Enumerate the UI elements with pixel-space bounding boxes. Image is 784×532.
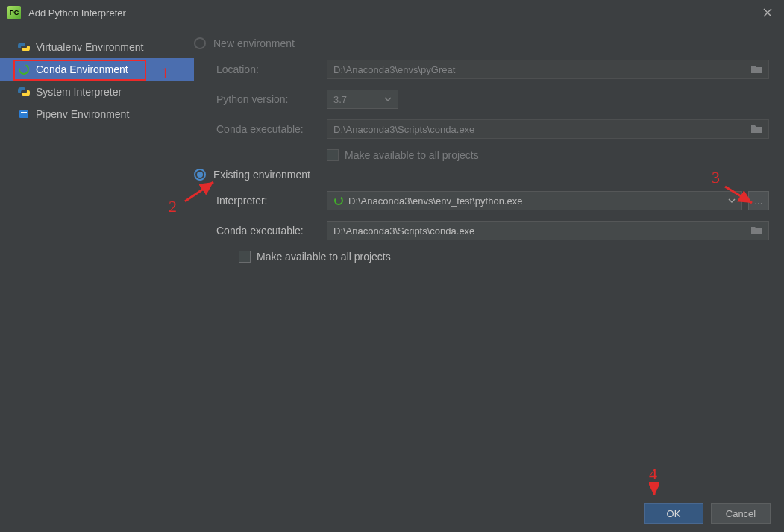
conda-exec-input-ex[interactable]: D:\Anaconda3\Scripts\conda.exe <box>327 221 769 240</box>
new-env-radio[interactable] <box>194 37 206 49</box>
make-avail-checkbox-new[interactable] <box>327 149 339 161</box>
pyver-label: Python version: <box>216 93 327 105</box>
sidebar-item-label: Pipenv Environment <box>36 108 129 120</box>
location-input[interactable]: D:\Anaconda3\envs\pyGreat <box>327 60 769 79</box>
existing-env-form: Interpreter: D:\Anaconda3\envs\env_test\… <box>216 191 769 263</box>
main-area: Virtualenv Environment Conda Environment… <box>0 25 784 495</box>
python-icon <box>16 41 31 53</box>
interpreter-combo[interactable]: D:\Anaconda3\envs\env_test\python.exe <box>327 191 742 210</box>
folder-icon[interactable] <box>750 64 762 75</box>
interpreter-label: Interpreter: <box>216 195 327 207</box>
location-label: Location: <box>216 63 327 75</box>
make-avail-checkbox-ex[interactable] <box>239 251 251 263</box>
conda-exec-value-new: D:\Anaconda3\Scripts\conda.exe <box>333 124 474 135</box>
sidebar-item-virtualenv[interactable]: Virtualenv Environment <box>0 36 194 58</box>
python-icon <box>16 86 31 98</box>
conda-icon <box>333 195 344 206</box>
folder-icon[interactable] <box>750 124 762 134</box>
sidebar-item-conda[interactable]: Conda Environment <box>0 58 194 81</box>
existing-env-radio-label: Existing environment <box>213 169 310 181</box>
conda-exec-label-ex: Conda executable: <box>216 225 327 237</box>
make-avail-label-new: Make available to all projects <box>345 149 479 161</box>
svg-point-2 <box>19 65 28 74</box>
pycharm-icon: PC <box>7 6 21 19</box>
existing-env-radio[interactable] <box>194 169 206 181</box>
svg-rect-4 <box>21 112 27 113</box>
svg-point-5 <box>335 197 342 204</box>
existing-env-radio-row: Existing environment <box>194 169 769 181</box>
make-avail-label-ex: Make available to all projects <box>257 251 391 263</box>
close-icon[interactable] <box>759 4 777 22</box>
pyver-select[interactable]: 3.7 <box>327 90 398 109</box>
pyver-value: 3.7 <box>333 94 347 105</box>
pipenv-icon <box>16 108 31 120</box>
chevron-down-icon <box>384 96 392 103</box>
sidebar-item-label: Conda Environment <box>36 63 128 75</box>
titlebar: PC Add Python Interpreter <box>0 0 784 25</box>
svg-rect-3 <box>19 110 28 118</box>
new-env-radio-row: New environment <box>194 37 769 49</box>
new-env-form: Location: D:\Anaconda3\envs\pyGreat Pyth… <box>216 60 769 161</box>
sidebar-item-system[interactable]: System Interpreter <box>0 81 194 103</box>
sidebar: Virtualenv Environment Conda Environment… <box>0 25 194 495</box>
folder-icon[interactable] <box>750 225 762 236</box>
conda-exec-input-new[interactable]: D:\Anaconda3\Scripts\conda.exe <box>327 119 769 139</box>
content: New environment Location: D:\Anaconda3\e… <box>194 25 784 495</box>
window-title: Add Python Interpreter <box>28 7 126 19</box>
cancel-button[interactable]: Cancel <box>711 503 771 524</box>
conda-exec-label: Conda executable: <box>216 123 327 135</box>
ok-button[interactable]: OK <box>644 503 703 524</box>
location-value: D:\Anaconda3\envs\pyGreat <box>333 64 455 75</box>
conda-exec-value-ex: D:\Anaconda3\Scripts\conda.exe <box>333 225 474 237</box>
sidebar-item-pipenv[interactable]: Pipenv Environment <box>0 103 194 125</box>
conda-icon <box>16 63 31 75</box>
browse-interpreter-button[interactable]: ... <box>748 191 769 210</box>
interpreter-value: D:\Anaconda3\envs\env_test\python.exe <box>348 195 522 207</box>
footer: OK Cancel <box>0 495 784 532</box>
new-env-radio-label: New environment <box>213 37 295 49</box>
sidebar-item-label: Virtualenv Environment <box>36 41 143 53</box>
chevron-down-icon <box>728 197 736 204</box>
sidebar-item-label: System Interpreter <box>36 86 122 98</box>
